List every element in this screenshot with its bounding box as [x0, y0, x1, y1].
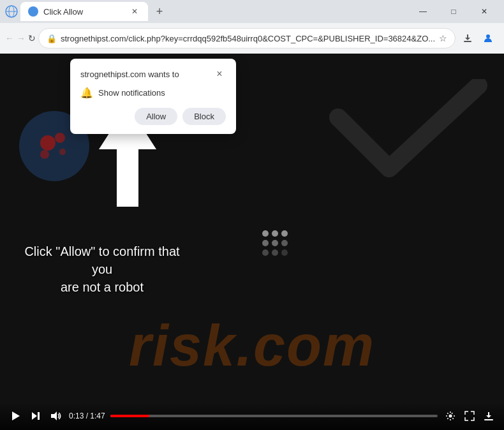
volume-button[interactable]: [48, 408, 64, 424]
title-bar-left: Click Allow ✕ +: [5, 2, 168, 21]
spinner-dot: [262, 249, 269, 256]
content-area: Click "Allow" to confirm that you are no…: [0, 54, 504, 430]
toolbar-buttons: ⋮: [458, 29, 504, 48]
spinner-dot: [272, 240, 278, 246]
permission-label: Show notifications: [98, 88, 165, 98]
instruction-text: Click "Allow" to confirm that you are no…: [19, 242, 185, 296]
video-controls-right: [443, 408, 496, 424]
svg-rect-12: [38, 412, 40, 420]
svg-point-5: [40, 135, 56, 151]
svg-point-4: [486, 34, 490, 38]
browser-window: Click Allow ✕ + — □ ✕ ← → ↻ 🔒 strognethi…: [0, 0, 504, 430]
spinner-dot: [262, 230, 269, 237]
loading-spinner: [262, 230, 288, 256]
svg-marker-13: [51, 411, 57, 420]
svg-point-7: [40, 150, 49, 159]
browser-icon: [5, 5, 18, 18]
progress-bar[interactable]: [110, 415, 438, 417]
svg-point-14: [449, 415, 452, 418]
close-button[interactable]: ✕: [470, 0, 499, 23]
popup-buttons: Allow Block: [80, 108, 226, 125]
menu-button[interactable]: ⋮: [499, 29, 504, 48]
reload-button[interactable]: ↻: [28, 29, 36, 48]
popup-header: strognethipst.com wants to ×: [80, 68, 226, 80]
fullscreen-button[interactable]: [462, 408, 477, 424]
maximize-button[interactable]: □: [439, 0, 468, 23]
download-video-button[interactable]: [481, 408, 496, 424]
window-controls: — □ ✕: [408, 0, 499, 23]
profile-button[interactable]: [478, 29, 498, 48]
spinner-dot: [272, 249, 278, 256]
settings-button[interactable]: [443, 408, 458, 424]
bookmark-icon[interactable]: ☆: [439, 33, 447, 43]
tab-close-button[interactable]: ✕: [129, 6, 140, 17]
notification-popup: strognethipst.com wants to × 🔔 Show noti…: [70, 59, 236, 134]
url-bar[interactable]: 🔒 strognethipst.com/click.php?key=crrdqq…: [38, 28, 456, 48]
tab-title: Click Allow: [43, 7, 124, 17]
title-bar: Click Allow ✕ + — □ ✕: [0, 0, 504, 23]
spinner-dot: [272, 230, 278, 237]
block-button[interactable]: Block: [182, 108, 226, 125]
allow-button[interactable]: Allow: [135, 108, 177, 125]
spinner-dot: [281, 249, 288, 256]
video-controls: 0:13 / 1:47: [0, 402, 504, 430]
svg-marker-10: [12, 411, 20, 420]
bell-icon: 🔔: [80, 87, 93, 99]
progress-fill: [110, 415, 150, 417]
svg-rect-3: [464, 41, 471, 42]
svg-rect-15: [484, 419, 493, 420]
spinner-dot: [281, 240, 288, 246]
popup-title: strognethipst.com wants to: [80, 70, 179, 79]
spinner-dot: [281, 230, 288, 237]
tab-favicon: [28, 6, 38, 17]
address-bar: ← → ↻ 🔒 strognethipst.com/click.php?key=…: [0, 23, 504, 54]
browser-tab[interactable]: Click Allow ✕: [20, 2, 148, 21]
back-button[interactable]: ←: [5, 29, 14, 48]
lock-icon: 🔒: [47, 34, 57, 43]
svg-marker-11: [32, 412, 37, 420]
forward-button[interactable]: →: [17, 29, 26, 48]
time-display: 0:13 / 1:47: [69, 411, 105, 420]
next-button[interactable]: [28, 408, 43, 424]
play-button[interactable]: [8, 408, 23, 424]
svg-point-8: [59, 149, 66, 155]
url-text: strognethipst.com/click.php?key=crrdqq59…: [61, 34, 435, 43]
svg-point-6: [55, 133, 65, 143]
download-button[interactable]: [458, 29, 477, 48]
popup-close-button[interactable]: ×: [213, 68, 226, 80]
spinner-dot: [262, 240, 269, 246]
new-tab-button[interactable]: +: [151, 3, 168, 20]
minimize-button[interactable]: —: [408, 0, 438, 23]
popup-permission-row: 🔔 Show notifications: [80, 87, 226, 99]
